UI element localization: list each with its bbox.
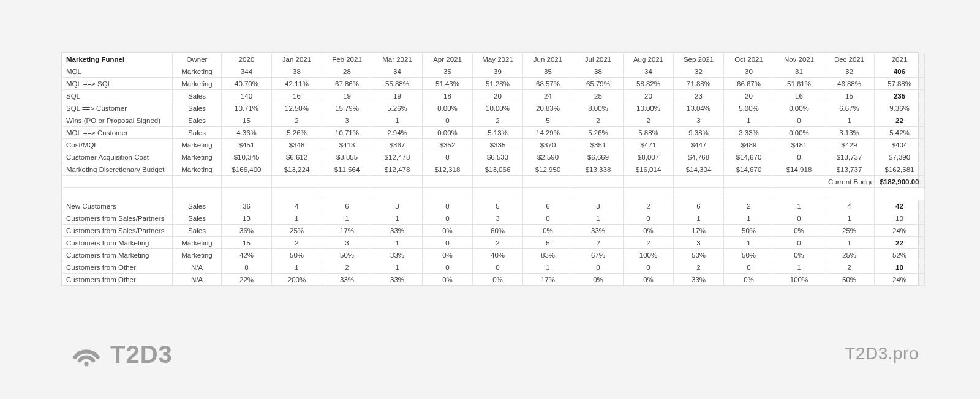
cell: 5 [523,114,573,127]
cell: 0% [774,225,824,237]
cell: 1 [724,212,774,225]
cell: 24 [523,90,573,102]
row-label: Customers from Sales/Partners [62,225,173,237]
row-label: Customers from Marketing [62,249,173,261]
cell: 33% [322,274,372,286]
cell: 0% [523,225,573,237]
cell: 0% [473,274,523,286]
cell: 100% [624,249,674,261]
cell: Sales [173,200,222,212]
empty-cell [523,176,573,188]
cell: 0 [423,237,473,249]
table-row: Customers from MarketingMarketing1523102… [62,237,925,249]
cell: 6 [322,200,372,212]
cell: $2,590 [523,151,573,163]
cell: 2 [573,237,624,249]
cell: Sales [173,127,222,139]
cell: $4,768 [674,151,724,163]
cell: 0 [774,212,824,225]
cell: Sales [173,90,222,102]
blank-row [62,188,925,200]
cell: 13 [222,212,272,225]
cell: 8 [222,261,272,274]
cell: Sales [173,102,222,114]
cell: 1 [724,114,774,127]
table-row: Customers from Sales/PartnersSales131110… [62,212,925,225]
cell: 24% [875,274,925,286]
cell: 2 [824,261,875,274]
cell: 68.57% [523,78,573,90]
empty-cell [423,188,473,200]
cell: 58.82% [624,78,674,90]
cell: 1 [774,261,824,274]
cell: 18 [423,90,473,102]
cell: $14,670 [724,163,774,176]
cell: 14.29% [523,127,573,139]
column-header: May 2021 [473,53,523,65]
cell: 0% [624,225,674,237]
cell: 35 [523,65,573,78]
empty-cell [624,188,674,200]
cell: Sales [173,212,222,225]
cell: 0 [423,261,473,274]
cell: $14,304 [674,163,724,176]
cell: 22 [875,114,925,127]
cell: 0% [423,274,473,286]
table-row: Cost/MQLMarketing$451$348$413$367$352$33… [62,139,925,151]
cell: 5.42% [875,127,925,139]
cell: 50% [272,249,322,261]
column-header: Mar 2021 [372,53,423,65]
empty-cell [272,188,322,200]
empty-cell [724,176,774,188]
cell: $8,007 [624,151,674,163]
cell: 25% [824,225,875,237]
cell: 3.33% [724,127,774,139]
cell: 0% [724,274,774,286]
table-header-row: Marketing FunnelOwner2020Jan 2021Feb 202… [62,53,925,65]
funnel-table: Marketing FunnelOwner2020Jan 2021Feb 202… [62,53,925,286]
cell: 50% [674,249,724,261]
empty-cell [173,188,222,200]
cell: 60% [473,225,523,237]
cell: 1 [272,261,322,274]
budget-label: Current Budget: [824,176,875,188]
cell: 35 [423,65,473,78]
cell: 20 [473,90,523,102]
cell: 1 [824,237,875,249]
cell: $348 [272,139,322,151]
cell: 0 [473,261,523,274]
empty-cell [222,188,272,200]
cell: Sales [173,114,222,127]
cell: 5.13% [473,127,523,139]
cell: $13,066 [473,163,523,176]
table-title: Marketing Funnel [62,53,173,65]
column-header: 2020 [222,53,272,65]
budget-value: $182,900.00 [875,176,925,188]
cell: $13,224 [272,163,322,176]
cell: 20 [724,90,774,102]
cell: 0 [624,212,674,225]
table-row: Customers from Sales/PartnersSales36%25%… [62,225,925,237]
cell: 33% [372,274,423,286]
cell: 10 [875,212,925,225]
cell: 22% [222,274,272,286]
cell: 34 [624,65,674,78]
cell: 2.94% [372,127,423,139]
cell: 0 [774,237,824,249]
cell: $166,400 [222,163,272,176]
empty-cell [724,188,774,200]
cell: 15 [824,90,875,102]
column-header: Jul 2021 [573,53,624,65]
cell: 344 [222,65,272,78]
row-label: Customer Acquisition Cost [62,151,173,163]
cell: $13,737 [824,163,875,176]
cell: $14,670 [724,151,774,163]
cell: $352 [423,139,473,151]
cell: $13,338 [573,163,624,176]
cell: 200% [272,274,322,286]
cell: 0 [523,212,573,225]
empty-cell [624,176,674,188]
cell: 3 [372,200,423,212]
cell: 46.88% [824,78,875,90]
cell: 50% [824,274,875,286]
